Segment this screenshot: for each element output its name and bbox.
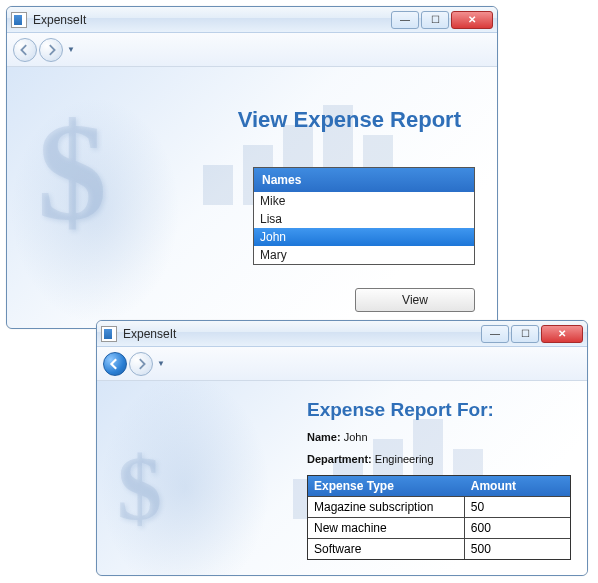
names-item[interactable]: Mary (254, 246, 474, 264)
names-item[interactable]: Lisa (254, 210, 474, 228)
cell-expense-type: New machine (308, 518, 465, 538)
view-button[interactable]: View (355, 288, 475, 312)
titlebar[interactable]: ExpenseIt — ☐ ✕ (7, 7, 497, 33)
col-amount: Amount (465, 476, 570, 496)
expense-table: Expense Type Amount Magazine subscriptio… (307, 475, 571, 560)
minimize-button[interactable]: — (481, 325, 509, 343)
window-buttons: — ☐ ✕ (481, 325, 583, 343)
dept-label: Department: (307, 453, 372, 465)
names-header: Names (254, 168, 474, 192)
window-title: ExpenseIt (123, 327, 481, 341)
name-value: John (344, 431, 368, 443)
window-list: ExpenseIt — ☐ ✕ ▼ $ View Expense Report … (6, 6, 498, 329)
close-button[interactable]: ✕ (451, 11, 493, 29)
arrow-left-icon (109, 358, 121, 370)
cell-expense-type: Software (308, 539, 465, 559)
table-header-row: Expense Type Amount (308, 476, 570, 496)
arrow-left-icon (19, 44, 31, 56)
client-area: $ View Expense Report Names MikeLisaJohn… (7, 67, 497, 328)
table-row: New machine600 (308, 517, 570, 538)
maximize-button[interactable]: ☐ (421, 11, 449, 29)
nav-forward-button[interactable] (129, 352, 153, 376)
window-report: ExpenseIt — ☐ ✕ ▼ $ Expense Report For: … (96, 320, 588, 576)
table-row: Magazine subscription50 (308, 496, 570, 517)
nav-history-dropdown[interactable]: ▼ (67, 45, 75, 54)
names-listbox[interactable]: Names MikeLisaJohnMary (253, 167, 475, 265)
arrow-right-icon (45, 44, 57, 56)
name-label: Name: (307, 431, 341, 443)
nav-history-dropdown[interactable]: ▼ (157, 359, 165, 368)
window-title: ExpenseIt (33, 13, 391, 27)
dept-value: Engineering (375, 453, 434, 465)
dollar-watermark-icon: $ (37, 91, 107, 252)
nav-forward-button[interactable] (39, 38, 63, 62)
nav-toolbar: ▼ (97, 347, 587, 381)
nav-toolbar: ▼ (7, 33, 497, 67)
name-line: Name: John (307, 431, 368, 443)
minimize-button[interactable]: — (391, 11, 419, 29)
window-buttons: — ☐ ✕ (391, 11, 493, 29)
nav-back-button[interactable] (13, 38, 37, 62)
app-icon (101, 326, 117, 342)
col-expense-type: Expense Type (308, 476, 465, 496)
cell-expense-type: Magazine subscription (308, 497, 465, 517)
page-heading: Expense Report For: (307, 399, 494, 421)
page-heading: View Expense Report (238, 107, 461, 133)
cell-amount: 600 (465, 518, 570, 538)
dept-line: Department: Engineering (307, 453, 434, 465)
cell-amount: 500 (465, 539, 570, 559)
client-area: $ Expense Report For: Name: John Departm… (97, 381, 587, 575)
cell-amount: 50 (465, 497, 570, 517)
arrow-right-icon (135, 358, 147, 370)
nav-back-button[interactable] (103, 352, 127, 376)
app-icon (11, 12, 27, 28)
dollar-watermark-icon: $ (117, 436, 162, 539)
names-item[interactable]: John (254, 228, 474, 246)
names-item[interactable]: Mike (254, 192, 474, 210)
close-button[interactable]: ✕ (541, 325, 583, 343)
titlebar[interactable]: ExpenseIt — ☐ ✕ (97, 321, 587, 347)
table-row: Software500 (308, 538, 570, 559)
maximize-button[interactable]: ☐ (511, 325, 539, 343)
